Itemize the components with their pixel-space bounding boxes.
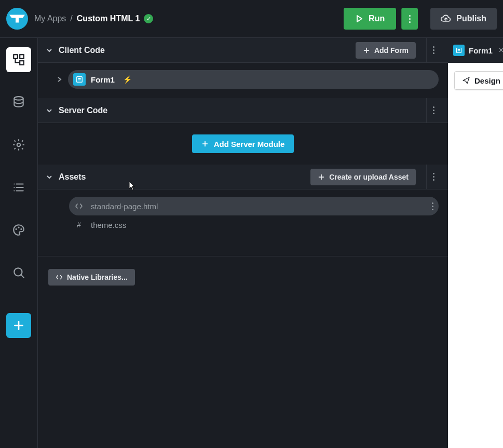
breadcrumb-separator: / xyxy=(70,14,72,23)
add-form-label: Add Form xyxy=(374,46,409,55)
client-code-more-button[interactable] xyxy=(426,38,441,63)
plus-icon xyxy=(318,173,325,181)
form-icon xyxy=(73,73,86,86)
create-asset-button[interactable]: Create or upload Asset xyxy=(310,169,416,185)
chevron-right-icon xyxy=(57,77,62,82)
section-header-client-code[interactable]: Client Code Add Form xyxy=(38,38,448,63)
form-item-row: Form1 ⚡ xyxy=(55,70,439,89)
play-icon xyxy=(355,15,363,23)
svg-rect-2 xyxy=(20,61,24,65)
app-header: My Apps / Custom HTML 1 ✓ Run Publish xyxy=(0,0,503,37)
asset-item-label: theme.css xyxy=(91,221,126,229)
cloud-upload-icon xyxy=(441,13,451,24)
form-item-form1[interactable]: Form1 ⚡ xyxy=(68,70,439,89)
native-libraries-label: Native Libraries... xyxy=(67,273,128,281)
more-icon xyxy=(433,106,434,114)
hash-icon: # xyxy=(74,221,84,229)
plus-icon xyxy=(12,319,25,332)
sidebar-item-data[interactable] xyxy=(6,90,31,115)
editor-tab-form1[interactable]: Form1 xyxy=(453,45,493,56)
paper-plane-icon xyxy=(462,76,470,85)
breadcrumb: My Apps / Custom HTML 1 ✓ xyxy=(34,14,153,23)
editor-tabbar: Form1 × xyxy=(448,38,503,63)
svg-point-5 xyxy=(16,228,17,229)
sidebar-item-add[interactable] xyxy=(6,313,31,338)
section-header-server-code[interactable]: Server Code xyxy=(38,98,448,123)
section-title: Assets xyxy=(59,172,86,182)
add-form-button[interactable]: Add Form xyxy=(356,42,416,59)
form-icon xyxy=(453,45,465,56)
assets-body: standard-page.html # theme.css xyxy=(38,189,448,243)
chevron-down-icon xyxy=(45,46,53,55)
svg-point-6 xyxy=(18,227,19,228)
asset-item-standard-page[interactable]: standard-page.html xyxy=(69,197,439,215)
publish-button-label: Publish xyxy=(456,14,486,23)
anvil-logo-icon xyxy=(8,11,26,26)
sidebar-item-theme[interactable] xyxy=(6,218,31,242)
asset-item-theme-css[interactable]: # theme.css xyxy=(69,215,439,234)
server-code-body: Add Server Module xyxy=(38,123,448,165)
sidebar-item-list[interactable] xyxy=(6,175,31,200)
startup-form-icon: ⚡ xyxy=(123,75,132,84)
sidebar-item-search[interactable] xyxy=(6,260,31,285)
code-icon xyxy=(74,202,84,210)
right-panel: Form1 × Design xyxy=(448,37,503,448)
close-tab-button[interactable]: × xyxy=(499,46,503,55)
chevron-down-icon xyxy=(45,173,53,181)
form-item-label: Form1 xyxy=(91,75,115,84)
run-button-label: Run xyxy=(369,14,385,23)
plus-icon xyxy=(201,140,209,147)
svg-rect-0 xyxy=(13,55,18,59)
svg-rect-10 xyxy=(457,48,461,53)
status-check-icon: ✓ xyxy=(144,14,153,23)
client-code-body: Form1 ⚡ xyxy=(38,63,448,98)
expand-toggle[interactable] xyxy=(55,77,64,82)
svg-point-7 xyxy=(21,228,22,229)
svg-point-4 xyxy=(17,143,21,147)
svg-point-3 xyxy=(14,97,23,100)
left-nav-rail xyxy=(0,37,37,448)
more-icon xyxy=(432,202,433,210)
breadcrumb-parent[interactable]: My Apps xyxy=(34,14,66,23)
logo[interactable] xyxy=(6,8,28,30)
run-more-button[interactable] xyxy=(401,8,418,30)
native-libraries-section: Native Libraries... xyxy=(38,256,448,292)
code-icon xyxy=(56,274,63,281)
design-button-label: Design xyxy=(474,76,500,85)
more-icon xyxy=(433,173,434,181)
publish-button[interactable]: Publish xyxy=(430,8,497,30)
sidebar-item-settings[interactable] xyxy=(6,132,31,157)
more-icon xyxy=(409,15,411,23)
create-asset-label: Create or upload Asset xyxy=(329,173,409,181)
svg-rect-9 xyxy=(77,77,83,83)
asset-item-more-button[interactable] xyxy=(432,202,433,210)
plus-icon xyxy=(363,47,370,54)
section-title: Server Code xyxy=(59,106,107,115)
server-code-more-button[interactable] xyxy=(426,98,441,123)
more-icon xyxy=(433,46,434,54)
section-title: Client Code xyxy=(59,46,105,55)
design-mode-button[interactable]: Design xyxy=(454,71,503,90)
database-icon xyxy=(12,96,25,109)
chevron-down-icon xyxy=(45,106,53,115)
sidebar-item-app-browser[interactable] xyxy=(6,47,31,72)
section-header-assets[interactable]: Assets Create or upload Asset xyxy=(38,165,448,189)
app-browser-panel: Client Code Add Form Form1 ⚡ xyxy=(37,37,448,448)
assets-more-button[interactable] xyxy=(426,165,441,189)
run-button[interactable]: Run xyxy=(344,8,396,30)
add-server-module-label: Add Server Module xyxy=(214,140,285,148)
breadcrumb-current[interactable]: Custom HTML 1 xyxy=(77,14,140,23)
gear-icon xyxy=(12,138,25,152)
list-icon xyxy=(12,181,25,194)
asset-item-label: standard-page.html xyxy=(91,202,158,211)
add-server-module-button[interactable]: Add Server Module xyxy=(192,134,294,153)
editor-tab-label: Form1 xyxy=(469,46,493,55)
palette-icon xyxy=(12,223,25,237)
svg-rect-1 xyxy=(20,55,24,59)
search-icon xyxy=(12,266,25,279)
native-libraries-button[interactable]: Native Libraries... xyxy=(48,269,135,286)
tree-structure-icon xyxy=(12,53,25,66)
